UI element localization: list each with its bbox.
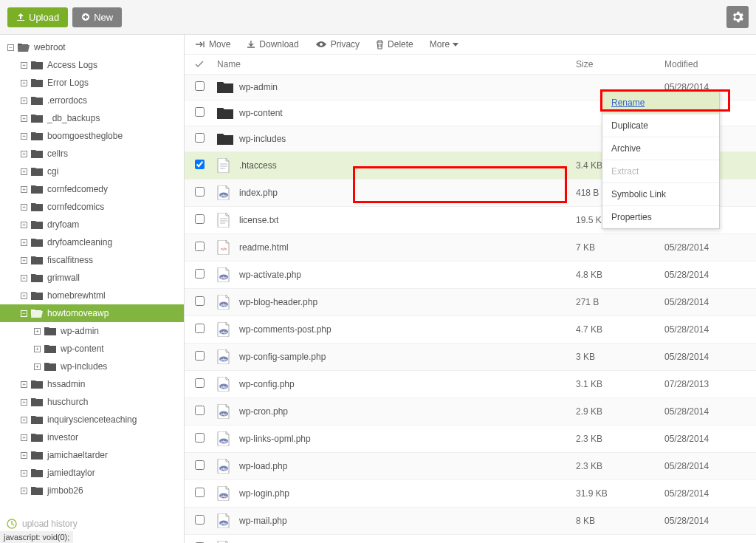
tree-item[interactable]: +grimwall: [0, 269, 184, 287]
row-checkbox[interactable]: [195, 214, 217, 226]
expander-icon[interactable]: +: [19, 222, 28, 228]
col-size[interactable]: Size: [576, 59, 664, 69]
delete-button[interactable]: Delete: [376, 39, 413, 49]
file-row[interactable]: phpwp-login.php31.9 KB05/28/2014: [185, 480, 756, 508]
expander-icon[interactable]: +: [19, 133, 28, 140]
new-button[interactable]: New: [72, 7, 122, 27]
tree-item[interactable]: +wp-content: [0, 340, 184, 358]
expander-icon[interactable]: +: [19, 381, 28, 388]
tree-item[interactable]: +huschurch: [0, 393, 184, 411]
menu-item-rename[interactable]: Rename: [602, 92, 719, 115]
col-modified[interactable]: Modified: [664, 59, 746, 69]
tree-item[interactable]: +inquiryscienceteaching: [0, 411, 184, 428]
tree-item[interactable]: +hssadmin: [0, 375, 184, 393]
row-checkbox[interactable]: [195, 187, 217, 199]
expander-icon[interactable]: +: [19, 80, 28, 86]
row-checkbox[interactable]: [195, 515, 217, 527]
file-row[interactable]: phpwp-links-opml.php2.3 KB05/28/2014: [185, 426, 756, 453]
expander-icon[interactable]: +: [19, 452, 28, 459]
tree-item[interactable]: −webroot: [0, 38, 184, 56]
expander-icon[interactable]: +: [19, 417, 28, 423]
expander-icon[interactable]: +: [19, 151, 28, 157]
file-row[interactable]: phpwp-mail.php8 KB05/28/2014: [185, 508, 756, 535]
file-row[interactable]: </>readme.html7 KB05/28/2014: [185, 234, 756, 262]
tree-item[interactable]: +jimbob26: [0, 482, 184, 499]
tree-item[interactable]: +dryfoamcleaning: [0, 233, 184, 251]
move-button[interactable]: Move: [195, 39, 230, 49]
tree-item[interactable]: +fiscalfitness: [0, 251, 184, 269]
col-name[interactable]: Name: [217, 59, 576, 69]
row-checkbox[interactable]: [195, 269, 217, 281]
file-row[interactable]: phpwp-comments-post.php4.7 KB05/28/2014: [185, 316, 756, 344]
file-row[interactable]: phpwp-load.php2.3 KB05/28/2014: [185, 453, 756, 480]
upload-history[interactable]: upload history: [6, 518, 78, 530]
row-checkbox[interactable]: [195, 107, 217, 119]
expander-icon[interactable]: +: [19, 168, 28, 175]
expander-icon[interactable]: +: [32, 328, 41, 335]
expander-icon[interactable]: +: [19, 204, 28, 211]
tree-item[interactable]: +jamiedtaylor: [0, 464, 184, 482]
folder-icon: [31, 256, 43, 265]
expander-icon[interactable]: +: [19, 98, 28, 104]
settings-button[interactable]: [726, 6, 749, 28]
menu-item-duplicate[interactable]: Duplicate: [602, 115, 719, 137]
expander-icon[interactable]: +: [32, 346, 41, 352]
tree-item[interactable]: +_db_backups: [0, 109, 184, 127]
tree-item[interactable]: +jamichaeltarder: [0, 446, 184, 464]
file-row[interactable]: phpwp-cron.php2.9 KB05/28/2014: [185, 398, 756, 426]
tree-item[interactable]: +Error Logs: [0, 74, 184, 92]
row-checkbox[interactable]: [195, 242, 217, 253]
file-row[interactable]: phpwp-blog-header.php271 B05/28/2014: [185, 289, 756, 316]
expander-icon[interactable]: +: [32, 363, 41, 370]
expander-icon[interactable]: +: [19, 186, 28, 193]
row-checkbox[interactable]: [195, 488, 217, 499]
tree-item[interactable]: +cornfedcomedy: [0, 180, 184, 198]
expander-icon[interactable]: +: [19, 399, 28, 406]
row-checkbox[interactable]: [195, 160, 217, 171]
file-row[interactable]: phpwp-settings.php10.8 KB05/28/2014: [185, 535, 756, 543]
tree-item[interactable]: +cgi: [0, 163, 184, 180]
expander-icon[interactable]: +: [19, 434, 28, 441]
menu-item-symbolic-link[interactable]: Symbolic Link: [602, 183, 719, 206]
tree-item[interactable]: +cellrs: [0, 145, 184, 163]
expander-icon[interactable]: +: [19, 488, 28, 494]
tree-item[interactable]: +boomgoestheglobe: [0, 127, 184, 145]
row-checkbox[interactable]: [195, 460, 217, 472]
expander-icon[interactable]: +: [19, 62, 28, 69]
expander-icon[interactable]: +: [19, 293, 28, 299]
more-button[interactable]: More: [430, 39, 458, 49]
row-checkbox[interactable]: [195, 406, 217, 417]
menu-item-archive[interactable]: Archive: [602, 137, 719, 160]
expander-icon[interactable]: −: [19, 310, 28, 317]
row-checkbox[interactable]: [195, 378, 217, 390]
expander-icon[interactable]: +: [19, 470, 28, 477]
check-all[interactable]: [195, 60, 217, 69]
file-row[interactable]: phpwp-config-sample.php3 KB05/28/2014: [185, 344, 756, 371]
row-checkbox[interactable]: [195, 324, 217, 335]
tree-item[interactable]: +cornfedcomics: [0, 198, 184, 216]
tree-item[interactable]: +wp-admin: [0, 322, 184, 340]
tree-item[interactable]: +Access Logs: [0, 56, 184, 74]
row-checkbox[interactable]: [195, 433, 217, 445]
expander-icon[interactable]: −: [6, 44, 15, 51]
row-checkbox[interactable]: [195, 133, 217, 145]
download-button[interactable]: Download: [247, 39, 298, 49]
expander-icon[interactable]: +: [19, 239, 28, 246]
tree-item[interactable]: +homebrewhtml: [0, 287, 184, 304]
file-row[interactable]: phpwp-config.php3.1 KB07/28/2013: [185, 371, 756, 398]
upload-button[interactable]: Upload: [7, 7, 68, 27]
expander-icon[interactable]: +: [19, 275, 28, 281]
row-checkbox[interactable]: [195, 296, 217, 308]
file-row[interactable]: phpwp-activate.php4.8 KB05/28/2014: [185, 262, 756, 289]
row-checkbox[interactable]: [195, 81, 217, 93]
menu-item-properties[interactable]: Properties: [602, 206, 719, 228]
privacy-button[interactable]: Privacy: [315, 39, 360, 49]
expander-icon[interactable]: +: [19, 257, 28, 264]
tree-item[interactable]: −howtomoveawp: [0, 304, 184, 322]
row-checkbox[interactable]: [195, 351, 217, 363]
tree-item[interactable]: +investor: [0, 428, 184, 446]
expander-icon[interactable]: +: [19, 115, 28, 122]
tree-item[interactable]: +wp-includes: [0, 358, 184, 375]
tree-item[interactable]: +dryfoam: [0, 216, 184, 233]
tree-item[interactable]: +.errordocs: [0, 92, 184, 109]
